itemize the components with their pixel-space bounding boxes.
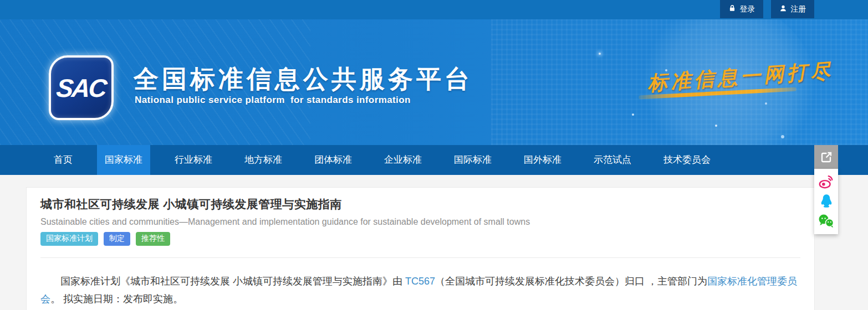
slogan-underline	[639, 87, 796, 100]
tc567-link[interactable]: TC567	[405, 276, 435, 287]
site-subtitle-en: National public service platform for sta…	[135, 95, 411, 106]
sac-logo-text: SAC	[55, 73, 108, 103]
nav-item-technical-committee[interactable]: 技术委员会	[656, 145, 718, 175]
sparkle-dots	[599, 53, 601, 55]
page: 登录 注册 SAC 全国标准信息公共服务平台 National public s…	[0, 0, 868, 310]
nav-item-local-standards[interactable]: 地方标准	[237, 145, 290, 175]
globe-graphic	[637, 19, 815, 145]
tag-row: 国家标准计划 制定 推荐性	[40, 232, 800, 246]
share-panel	[814, 169, 838, 234]
nav-item-foreign-standards[interactable]: 国外标准	[516, 145, 569, 175]
weibo-icon[interactable]	[818, 173, 835, 190]
nav-list: 首页 国家标准 行业标准 地方标准 团体标准 企业标准 国际标准 国外标准 示范…	[0, 145, 868, 175]
top-bar: 登录 注册	[0, 0, 868, 19]
description-part3: 。 拟实施日期：发布即实施。	[50, 293, 183, 304]
qq-icon[interactable]	[818, 193, 835, 210]
sac-logo[interactable]: SAC	[49, 55, 114, 120]
nav-item-national-standards[interactable]: 国家标准	[97, 145, 150, 175]
main-nav: 首页 国家标准 行业标准 地方标准 团体标准 企业标准 国际标准 国外标准 示范…	[0, 145, 868, 175]
login-label: 登录	[740, 4, 755, 14]
nav-item-international-standards[interactable]: 国际标准	[446, 145, 499, 175]
nav-item-group-standards[interactable]: 团体标准	[307, 145, 360, 175]
share-widget	[814, 145, 838, 234]
tag-formulate: 制定	[104, 232, 130, 246]
site-title: 全国标准信息公共服务平台	[134, 63, 473, 96]
register-button[interactable]: 注册	[771, 0, 814, 18]
tag-national-standard-plan: 国家标准计划	[40, 232, 98, 246]
login-button[interactable]: 登录	[720, 0, 763, 18]
wechat-icon[interactable]	[818, 213, 835, 230]
description-part1: 国家标准计划《城市和社区可持续发展 小城镇可持续发展管理与实施指南》由	[60, 276, 405, 287]
register-label: 注册	[791, 4, 806, 14]
tag-recommended: 推荐性	[136, 232, 170, 246]
share-icon[interactable]	[814, 145, 838, 169]
site-banner: SAC 全国标准信息公共服务平台 National public service…	[0, 19, 868, 145]
lock-icon	[728, 4, 736, 14]
description-part2: （全国城市可持续发展标准化技术委员会）归口 ，主管部门为	[435, 276, 707, 287]
standard-title-en: Sustainable cities and communities—Manag…	[40, 217, 800, 227]
nav-item-industry-standards[interactable]: 行业标准	[167, 145, 220, 175]
user-icon	[779, 4, 787, 14]
standard-title: 城市和社区可持续发展 小城镇可持续发展管理与实施指南	[40, 197, 800, 212]
nav-item-home[interactable]: 首页	[46, 145, 80, 175]
nav-item-enterprise-standards[interactable]: 企业标准	[376, 145, 430, 175]
content-card: 城市和社区可持续发展 小城镇可持续发展管理与实施指南 Sustainable c…	[26, 187, 815, 310]
nav-item-pilot-demo[interactable]: 示范试点	[586, 145, 639, 175]
standard-description: 国家标准计划《城市和社区可持续发展 小城镇可持续发展管理与实施指南》由 TC56…	[40, 272, 800, 308]
banner-slogan: 标准信息一网打尽	[647, 57, 835, 97]
divider	[40, 257, 800, 258]
